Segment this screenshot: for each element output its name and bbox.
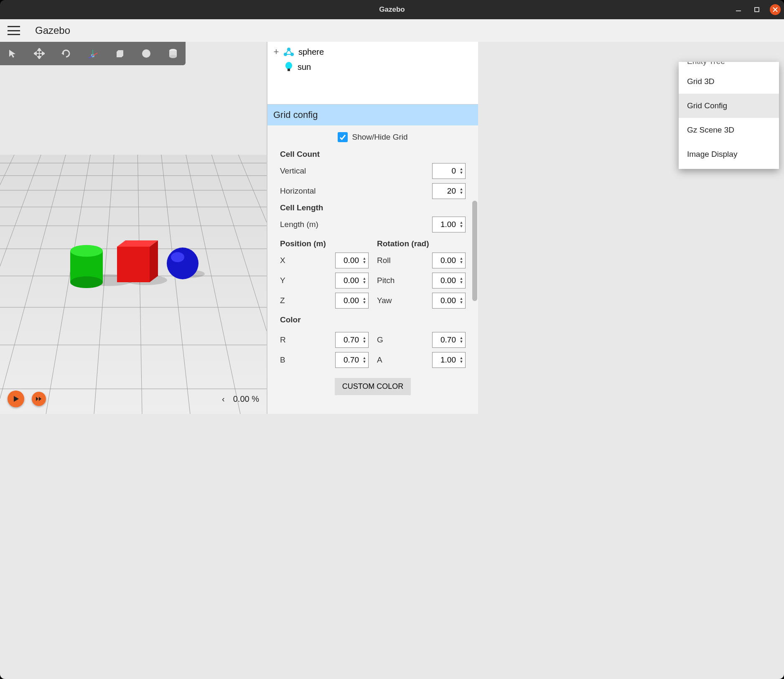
svg-marker-36 [150,240,158,282]
entity-tree-item-sphere[interactable]: + sphere [267,44,478,59]
g-spin[interactable]: ▲▼ [432,332,466,348]
roll-spin[interactable]: ▲▼ [432,253,466,268]
b-spin[interactable]: ▲▼ [335,352,369,368]
svg-marker-60 [39,397,41,401]
play-button[interactable] [8,391,24,407]
svg-marker-34 [117,247,150,282]
horizontal-input[interactable] [433,186,458,196]
spin-down-icon[interactable]: ▼ [361,281,367,284]
x-label: X [280,256,332,265]
r-input[interactable] [336,335,361,345]
svg-line-64 [285,49,289,54]
pitch-label: Pitch [377,276,429,285]
minimize-button[interactable] [733,4,744,15]
horizontal-label: Horizontal [280,186,429,196]
position-heading: Position (m) [280,239,369,248]
length-spin[interactable]: ▲▼ [432,217,466,232]
spin-down-icon[interactable]: ▼ [361,260,367,264]
maximize-button[interactable] [751,4,762,15]
roll-label: Roll [377,256,429,265]
svg-point-57 [169,55,177,58]
plugin-dropdown-menu: Entity Tree Grid 3D Grid Config Gz Scene… [679,62,779,169]
window-controls [733,4,781,15]
dropdown-item-entity-tree[interactable]: Entity Tree [679,62,779,69]
spin-down-icon[interactable]: ▼ [361,340,367,344]
yaw-spin[interactable]: ▲▼ [432,293,466,309]
app-window: Gazebo Gazebo [0,0,784,679]
b-input[interactable] [336,355,361,365]
spin-down-icon[interactable]: ▼ [458,301,464,304]
spin-down-icon[interactable]: ▼ [458,360,464,364]
insert-box-tool[interactable] [111,45,128,62]
length-input[interactable] [433,220,458,229]
horizontal-spin[interactable]: ▲▼ [432,183,466,199]
x-spin[interactable]: ▲▼ [335,253,369,268]
yaw-input[interactable] [433,296,458,305]
custom-color-button[interactable]: CUSTOM COLOR [335,378,411,395]
svg-point-38 [171,252,184,262]
svg-marker-42 [38,48,41,51]
z-input[interactable] [336,296,361,305]
dropdown-item-grid-3d[interactable]: Grid 3D [679,69,779,94]
spin-down-icon[interactable]: ▼ [458,260,464,264]
rotate-tool[interactable] [58,45,74,62]
vertical-spin[interactable]: ▲▼ [432,163,466,179]
step-forward-button[interactable] [32,392,46,406]
viewport-3d[interactable]: ‹ 0.00 % [0,42,267,414]
spin-down-icon[interactable]: ▼ [458,281,464,284]
panel-header[interactable]: Grid config [267,105,478,125]
insert-sphere-tool[interactable] [138,45,155,62]
viewport-toolbar [0,42,186,65]
scale-tool[interactable] [84,45,101,62]
pitch-spin[interactable]: ▲▼ [432,273,466,288]
close-button[interactable] [770,4,781,15]
length-label: Length (m) [280,220,429,229]
a-spin[interactable]: ▲▼ [432,352,466,368]
rotation-heading: Rotation (rad) [377,239,466,248]
entity-label: sun [298,62,311,72]
x-input[interactable] [336,256,361,265]
insert-cylinder-tool[interactable] [165,45,181,62]
a-input[interactable] [433,355,458,365]
z-spin[interactable]: ▲▼ [335,293,369,309]
dropdown-item-image-display[interactable]: Image Display [679,142,779,166]
panel-scrollbar[interactable] [472,201,477,301]
chevron-left-icon[interactable]: ‹ [222,394,225,404]
svg-point-37 [167,248,199,279]
spin-down-icon[interactable]: ▼ [458,225,464,228]
spin-down-icon[interactable]: ▼ [458,171,464,175]
r-spin[interactable]: ▲▼ [335,332,369,348]
entity-label: sphere [298,47,324,57]
dropdown-item-gz-scene-3d[interactable]: Gz Scene 3D [679,118,779,142]
g-input[interactable] [433,335,458,345]
svg-marker-58 [14,396,19,402]
realtime-factor-label: 0.00 % [233,394,259,404]
dropdown-item-grid-config[interactable]: Grid Config [679,94,779,118]
y-label: Y [280,276,332,285]
spin-down-icon[interactable]: ▼ [458,191,464,195]
pitch-input[interactable] [433,276,458,285]
spin-down-icon[interactable]: ▼ [361,360,367,364]
app-name-label: Gazebo [35,25,70,36]
select-tool[interactable] [4,45,21,62]
translate-tool[interactable] [31,45,48,62]
entity-tree-item-sun[interactable]: sun [267,59,478,74]
expand-icon[interactable]: + [273,46,279,57]
vertical-input[interactable] [433,166,458,176]
yaw-label: Yaw [377,296,429,305]
spin-down-icon[interactable]: ▼ [458,340,464,344]
y-spin[interactable]: ▲▼ [335,273,369,288]
roll-input[interactable] [433,256,458,265]
y-input[interactable] [336,276,361,285]
right-panel: + sphere sun [267,42,478,414]
svg-rect-1 [755,8,759,12]
svg-marker-44 [34,52,36,55]
hamburger-menu-button[interactable] [8,26,20,35]
model-icon [283,47,294,56]
color-heading: Color [280,315,466,324]
show-hide-grid-checkbox[interactable] [338,132,348,142]
g-label: G [377,335,429,345]
spin-down-icon[interactable]: ▼ [361,301,367,304]
svg-rect-68 [288,69,290,71]
window-title: Gazebo [379,5,405,14]
